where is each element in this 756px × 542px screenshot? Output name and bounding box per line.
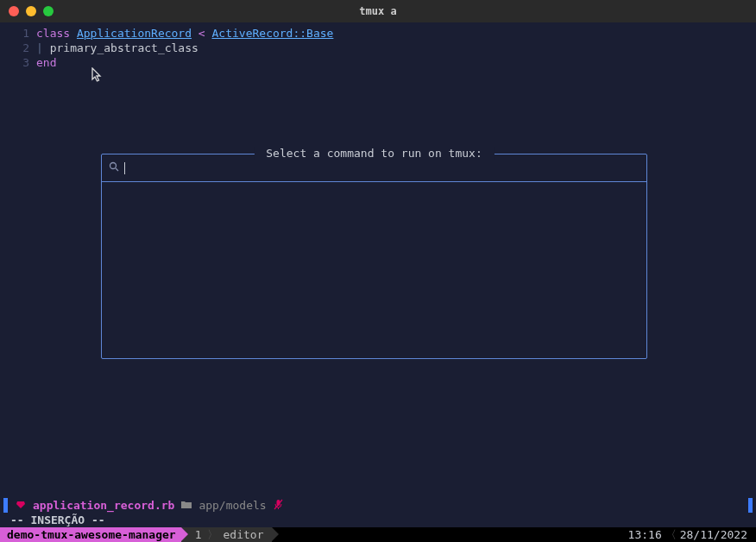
code-line: 1 class ApplicationRecord < ActiveRecord… bbox=[0, 26, 756, 41]
folder-path: app/models bbox=[198, 499, 266, 512]
editor-area[interactable]: 1 class ApplicationRecord < ActiveRecord… bbox=[0, 22, 756, 73]
clock-time: 13:16 bbox=[628, 527, 662, 542]
clock-date: 28/11/2022 bbox=[680, 527, 747, 542]
separator-icon: 〉 bbox=[207, 527, 218, 542]
line-number: 3 bbox=[0, 55, 36, 70]
line-number: 1 bbox=[0, 26, 36, 41]
maximize-window-button[interactable] bbox=[43, 6, 54, 16]
tmux-session-name[interactable]: demo-tmux-awesome-manager bbox=[0, 527, 181, 542]
modal-title: Select a command to run on tmux: bbox=[254, 147, 494, 160]
svg-marker-2 bbox=[16, 501, 25, 508]
window-name: editor bbox=[224, 527, 264, 542]
text-cursor bbox=[124, 162, 125, 174]
status-bar-accent bbox=[748, 498, 753, 513]
tmux-window-tab[interactable]: 1 〉 editor bbox=[181, 527, 273, 542]
vim-mode-line: -- INSERÇÃO -- bbox=[0, 513, 756, 527]
svg-line-1 bbox=[116, 168, 118, 171]
status-bar-accent bbox=[3, 498, 8, 513]
traffic-lights bbox=[9, 6, 54, 16]
close-window-button[interactable] bbox=[9, 6, 19, 16]
tmux-right-status: 13:16 〈 28/11/2022 bbox=[628, 527, 756, 542]
command-palette: Select a command to run on tmux: bbox=[101, 154, 647, 359]
ruby-file-icon bbox=[16, 499, 26, 512]
window-title: tmux a bbox=[359, 5, 396, 17]
svg-point-0 bbox=[110, 163, 117, 169]
code-line: 3 end bbox=[0, 55, 756, 70]
folder-icon bbox=[181, 499, 192, 512]
file-name: application_record.rb bbox=[33, 499, 174, 512]
editor-statusline: application_record.rb app/models bbox=[0, 498, 756, 513]
tmux-statusbar: demo-tmux-awesome-manager 1 〉 editor 13:… bbox=[0, 527, 756, 542]
minimize-window-button[interactable] bbox=[26, 6, 36, 16]
search-icon bbox=[109, 161, 119, 174]
command-search-input[interactable] bbox=[130, 161, 639, 174]
window-index: 1 bbox=[195, 527, 202, 542]
mic-muted-icon bbox=[274, 499, 283, 513]
line-number: 2 bbox=[0, 41, 36, 55]
separator-icon: 〈 bbox=[665, 527, 677, 542]
titlebar: tmux a bbox=[0, 0, 756, 22]
code-line: 2 | primary_abstract_class bbox=[0, 41, 756, 55]
